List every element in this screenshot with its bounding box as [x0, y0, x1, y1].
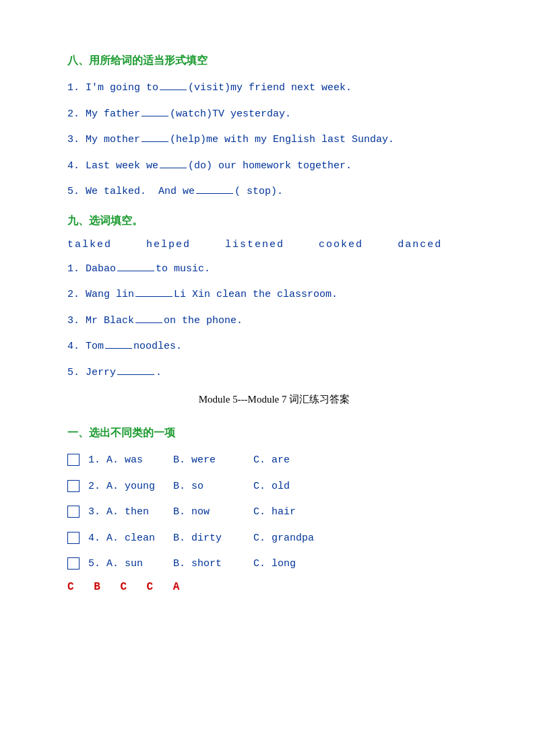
q8-4: 4. Last week we(do) our homework togethe…: [67, 157, 481, 176]
paren-5: [67, 557, 80, 570]
word-list: talked helped listened cooked danced: [67, 239, 481, 250]
q9-4: 4. Tomnoodles.: [67, 337, 481, 357]
opt2b: B. so: [173, 477, 247, 497]
word-danced: danced: [398, 239, 442, 250]
opt1a: A. was: [106, 451, 167, 471]
answer-row-5: 5. A. sun B. short C. long: [67, 555, 481, 574]
word-listened: listened: [225, 239, 284, 250]
opt3a: A. then: [106, 503, 167, 522]
opt4a: A. clean: [106, 529, 167, 549]
answer-row-3: 3. A. then B. now C. hair: [67, 503, 481, 522]
paren-3: [67, 506, 80, 518]
q9-2: 2. Wang linLi Xin clean the classroom.: [67, 285, 481, 305]
opt4c: C. grandpa: [253, 532, 314, 544]
module-title: Module 5---Module 7 词汇练习答案: [67, 393, 481, 406]
num-4: 4.: [88, 532, 100, 544]
opt3b: B. now: [173, 503, 247, 522]
q9-5: 5. Jerry.: [67, 364, 481, 383]
opt5a: A. sun: [106, 555, 167, 574]
section9-title: 九、选词填空。: [67, 214, 481, 228]
answer-row-2: 2. A. young B. so C. old: [67, 477, 481, 497]
opt2c: C. old: [253, 481, 290, 492]
section1-answer-title: 一、选出不同类的一项: [67, 426, 481, 440]
opt5b: B. short: [173, 555, 247, 574]
q8-2: 2. My father(watch)TV yesterday.: [67, 105, 481, 125]
word-cooked: cooked: [319, 239, 363, 250]
q8-1: 1. I'm going to(visit)my friend next wee…: [67, 79, 481, 98]
q9-1: 1. Dabaoto music.: [67, 260, 481, 279]
q8-5: 5. We talked. And we( stop).: [67, 182, 481, 202]
num-5: 5.: [88, 558, 100, 570]
paren-1: [67, 454, 80, 466]
q9-3: 3. Mr Blackon the phone.: [67, 312, 481, 331]
num-2: 2.: [88, 481, 100, 492]
word-helped: helped: [146, 239, 191, 250]
opt3c: C. hair: [253, 506, 296, 518]
num-3: 3.: [88, 506, 100, 518]
opt1c: C. are: [253, 454, 290, 466]
word-talked: talked: [67, 239, 112, 250]
answer-row-4: 4. A. clean B. dirty C. grandpa: [67, 529, 481, 549]
paren-4: [67, 532, 80, 544]
q8-3: 3. My mother(help)me with my English las…: [67, 131, 481, 150]
paren-2: [67, 480, 80, 492]
section8-title: 八、用所给词的适当形式填空: [67, 54, 481, 68]
final-answers: C B C C A: [67, 581, 481, 593]
opt4b: B. dirty: [173, 529, 247, 549]
opt1b: B. were: [173, 451, 247, 471]
opt2a: A. young: [106, 477, 167, 497]
opt5c: C. long: [253, 558, 296, 570]
num-1: 1.: [88, 454, 100, 466]
answer-row-1: 1. A. was B. were C. are: [67, 451, 481, 471]
